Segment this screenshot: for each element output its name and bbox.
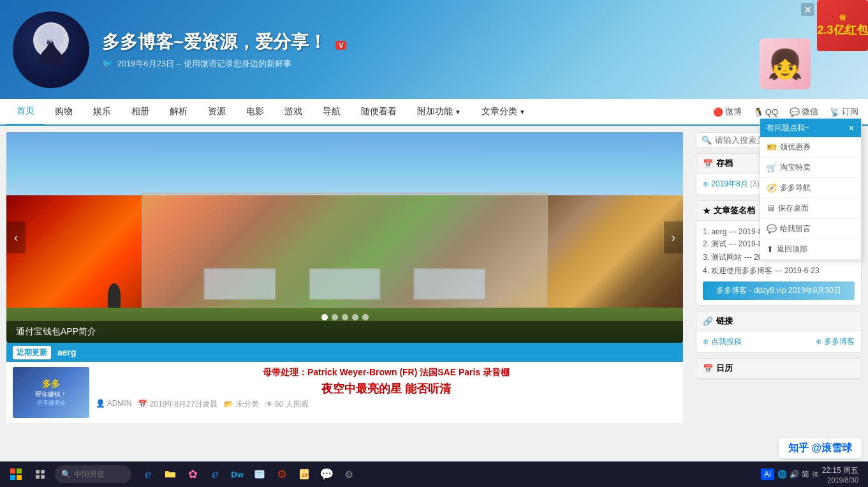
tray-volume-icon[interactable]: 🔊 (790, 470, 799, 479)
red-envelope-badge[interactable]: 领 2.3亿红包 (817, 0, 868, 51)
nav-item-nav[interactable]: 导航 (313, 98, 351, 125)
popup-nav[interactable]: 🧭 多多导航 (760, 178, 861, 199)
svg-rect-8 (36, 475, 40, 479)
svg-rect-15 (303, 469, 305, 471)
slide-dots (321, 314, 369, 320)
taskbar-zip-icon[interactable]: ZIP (294, 464, 314, 484)
link-submit[interactable]: ⊕ 点我投稿 (703, 336, 742, 347)
nav-wechat[interactable]: 💬 微信 (786, 106, 821, 117)
nav-item-album[interactable]: 相册 (121, 98, 159, 125)
taskbar-gear-icon[interactable]: ⚙ (339, 464, 359, 484)
taskbar-ie2-icon[interactable]: ℯ (205, 464, 225, 484)
nav-weibo[interactable]: 🔴 微博 (710, 106, 745, 117)
slide-dot-4[interactable] (352, 314, 358, 320)
ai-label[interactable]: Ai (761, 468, 774, 480)
zhihu-banner: 知乎 @滚雪球 (779, 438, 862, 458)
svg-rect-4 (10, 475, 15, 480)
nav-item-parse[interactable]: 解析 (159, 98, 198, 125)
rss-icon: 📡 (830, 107, 840, 117)
top-icon: ⬆ (767, 244, 774, 254)
popup-desktop[interactable]: 🖥 保存桌面 (760, 199, 861, 219)
popup-message[interactable]: 💬 给我留言 (760, 219, 861, 239)
svg-rect-9 (41, 475, 45, 479)
taobao-icon: 🛒 (767, 163, 777, 172)
nav-item-resources[interactable]: 资源 (198, 98, 236, 125)
taskbar-ie-icon[interactable]: ℯ (138, 464, 158, 484)
nav-qq[interactable]: 🐧 QQ (750, 107, 781, 117)
close-button[interactable]: ✕ (801, 3, 814, 16)
taskbar-wechat-icon[interactable]: 💬 (316, 464, 337, 484)
taskbar-files-icon[interactable] (249, 464, 270, 484)
slide-dot-3[interactable] (342, 314, 348, 320)
tray-network-icon[interactable]: 🌐 (777, 470, 787, 479)
svg-rect-6 (36, 470, 40, 474)
nav-rss[interactable]: 📡 订阅 (827, 106, 862, 117)
svg-text:ZIP: ZIP (302, 473, 309, 477)
popup-taobao[interactable]: 🛒 淘宝特卖 (760, 158, 861, 178)
nav-item-movie[interactable]: 电影 (236, 98, 274, 125)
window3 (413, 268, 486, 300)
links-content: ⊕ 点我投稿 ⊕ 多多博客 (696, 331, 861, 352)
archive-date-1[interactable]: ⊕ 2019年8月 (3) (703, 179, 760, 190)
nav-item-games[interactable]: 游戏 (274, 98, 313, 125)
popup-top[interactable]: ⬆ 返回顶部 (760, 239, 861, 260)
meta-views: 👁 60 人围观 (265, 399, 309, 410)
taskbar-dw-icon[interactable]: Dw (227, 464, 247, 484)
taskbar-folder-icon[interactable] (160, 464, 180, 484)
message-icon: 💬 (767, 224, 777, 234)
site-logo (13, 11, 89, 88)
links-section: 🔗 链接 ⊕ 点我投稿 ⊕ 多多博客 (696, 311, 862, 353)
slide-dot-1[interactable] (321, 314, 328, 320)
nav-item-shopping[interactable]: 购物 (45, 98, 83, 125)
slide-dot-5[interactable] (362, 314, 369, 320)
post-headline2[interactable]: 夜空中最亮的星 能否听清 (96, 381, 677, 396)
taskbar-time[interactable]: 22:15 周五 2019/8/30 (822, 465, 858, 484)
sig-item-4[interactable]: 4. 欢迎使用多多博客 --- 2019-6-23 (703, 264, 855, 278)
title-text: 多多博客~爱资源，爱分享！ (102, 32, 327, 52)
tray-lang-indicator[interactable]: 简 (802, 469, 809, 480)
task-view-btn[interactable] (29, 464, 52, 484)
popup-menu-header: 有问题点我~ ✕ (760, 119, 861, 137)
svg-rect-3 (17, 468, 22, 474)
window2 (309, 268, 381, 300)
sig-badge: 多多博客 - ddzy8.vip 2019年8月30日 (703, 281, 855, 300)
link-blog[interactable]: ⊕ 多多博客 (816, 336, 855, 347)
taskbar-search-input[interactable] (74, 470, 125, 479)
user-avatar: 👧 (760, 38, 811, 89)
links-header: 🔗 链接 (696, 311, 861, 331)
nav-item-home[interactable]: 首页 (6, 98, 45, 125)
slide-caption: 通付宝钱包APP简介 (6, 321, 683, 343)
svg-rect-12 (256, 474, 263, 475)
popup-coupons[interactable]: 🎫 领优惠券 (760, 137, 861, 158)
post-thumbnail: 多多 帮你赚钱！ 分享赚佣金 (13, 367, 89, 418)
nav-item-browse[interactable]: 随便看看 (351, 98, 407, 125)
twitter-icon: 🐦 (102, 59, 112, 68)
nav-bar: 首页 购物 娱乐 相册 解析 资源 电影 游戏 导航 随便看看 附加功能 ▼ 文… (0, 99, 868, 126)
categories-dropdown-arrow: ▼ (519, 109, 526, 116)
taskbar-search[interactable]: 🔍 (55, 465, 131, 483)
slide-next-btn[interactable]: › (664, 221, 683, 253)
start-button[interactable] (3, 464, 29, 484)
nav-item-entertainment[interactable]: 娱乐 (83, 98, 121, 125)
tray-icons: 🌐 🔊 简 体 (777, 469, 819, 480)
recent-post-title[interactable]: aerg (57, 347, 77, 357)
slide-dot-2[interactable] (332, 314, 338, 320)
slide-prev-btn[interactable]: ‹ (6, 221, 26, 253)
page-header: 多多博客~爱资源，爱分享！ V 🐦 2019年6月23日 – 使用微语记录您身边… (0, 0, 868, 99)
nav-item-categories[interactable]: 文章分类 ▼ (471, 98, 536, 125)
nav-item-addons[interactable]: 附加功能 ▼ (407, 98, 471, 125)
taskbar-search-icon: 🔍 (61, 470, 71, 479)
calendar-section: 📅 日历 (696, 358, 862, 379)
popup-close[interactable]: ✕ (848, 124, 855, 133)
calendar-header: 📅 日历 (696, 359, 861, 378)
content-area: ‹ › 通付宝钱包APP简介 近期更新 aerg 多多 帮你赚钱！ (0, 126, 689, 461)
taskbar-hotdog-icon[interactable]: ⚙ (272, 464, 292, 484)
meta-author: 👤 ADMIN (96, 399, 131, 410)
post-headline[interactable]: 母带处理：Patrick Weyer-Brown (FR) 法国SAE Pari… (96, 367, 677, 378)
nav-icon: 🧭 (767, 183, 777, 193)
weibo-icon: 🔴 (713, 107, 723, 117)
main-area: ‹ › 通付宝钱包APP简介 近期更新 aerg 多多 帮你赚钱！ (0, 126, 868, 461)
site-title: 多多博客~爱资源，爱分享！ V (102, 30, 346, 54)
taskbar-flower-icon[interactable]: ✿ (182, 464, 203, 484)
svg-rect-13 (256, 476, 261, 477)
